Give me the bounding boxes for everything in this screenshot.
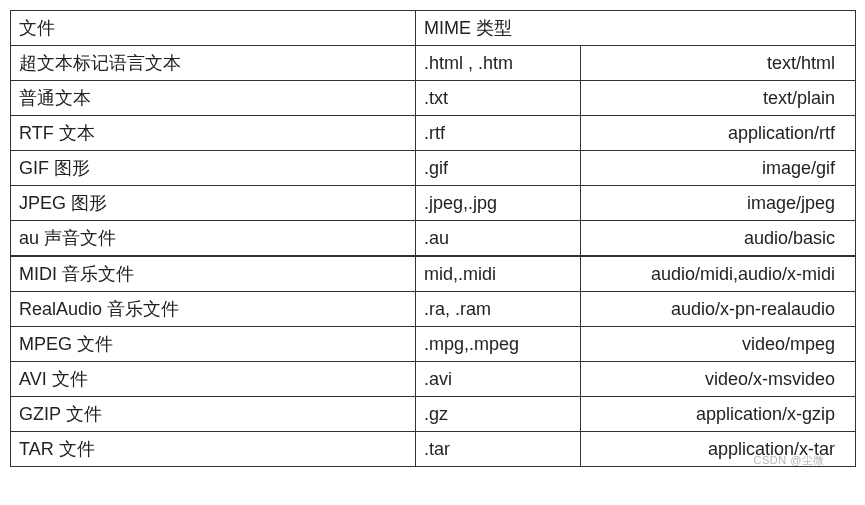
mime-type-table: 文件 MIME 类型 超文本标记语言文本 .html , .htm text/h… bbox=[10, 10, 856, 467]
cell-ext: .avi bbox=[416, 362, 581, 397]
cell-mime: audio/basic bbox=[581, 221, 856, 257]
cell-mime: audio/x-pn-realaudio bbox=[581, 292, 856, 327]
cell-mime: video/x-msvideo bbox=[581, 362, 856, 397]
cell-mime: image/jpeg bbox=[581, 186, 856, 221]
table-row: 普通文本 .txt text/plain bbox=[11, 81, 856, 116]
cell-file: GIF 图形 bbox=[11, 151, 416, 186]
cell-file: AVI 文件 bbox=[11, 362, 416, 397]
cell-ext: .rtf bbox=[416, 116, 581, 151]
table-row: MIDI 音乐文件 mid,.midi audio/midi,audio/x-m… bbox=[11, 256, 856, 292]
cell-ext: .gz bbox=[416, 397, 581, 432]
cell-mime: application/rtf bbox=[581, 116, 856, 151]
cell-file: RealAudio 音乐文件 bbox=[11, 292, 416, 327]
cell-mime: audio/midi,audio/x-midi bbox=[581, 256, 856, 292]
cell-mime: image/gif bbox=[581, 151, 856, 186]
table-row: 超文本标记语言文本 .html , .htm text/html bbox=[11, 46, 856, 81]
table-row: GIF 图形 .gif image/gif bbox=[11, 151, 856, 186]
cell-ext: .au bbox=[416, 221, 581, 257]
cell-ext: .html , .htm bbox=[416, 46, 581, 81]
table-row: RealAudio 音乐文件 .ra, .ram audio/x-pn-real… bbox=[11, 292, 856, 327]
cell-mime: video/mpeg bbox=[581, 327, 856, 362]
cell-file: 普通文本 bbox=[11, 81, 416, 116]
table-row: JPEG 图形 .jpeg,.jpg image/jpeg bbox=[11, 186, 856, 221]
cell-file: MPEG 文件 bbox=[11, 327, 416, 362]
table-row: GZIP 文件 .gz application/x-gzip bbox=[11, 397, 856, 432]
cell-mime: text/html bbox=[581, 46, 856, 81]
cell-ext: .jpeg,.jpg bbox=[416, 186, 581, 221]
table-header-row: 文件 MIME 类型 bbox=[11, 11, 856, 46]
cell-ext: .mpg,.mpeg bbox=[416, 327, 581, 362]
cell-file: GZIP 文件 bbox=[11, 397, 416, 432]
cell-file: MIDI 音乐文件 bbox=[11, 256, 416, 292]
table-row: AVI 文件 .avi video/x-msvideo bbox=[11, 362, 856, 397]
cell-mime: text/plain bbox=[581, 81, 856, 116]
cell-mime: application/x-gzip bbox=[581, 397, 856, 432]
cell-file: 超文本标记语言文本 bbox=[11, 46, 416, 81]
watermark-text: CSDN @尘微 bbox=[10, 453, 855, 468]
table-body: 文件 MIME 类型 超文本标记语言文本 .html , .htm text/h… bbox=[11, 11, 856, 467]
cell-ext: .ra, .ram bbox=[416, 292, 581, 327]
table-row: au 声音文件 .au audio/basic bbox=[11, 221, 856, 257]
table-row: RTF 文本 .rtf application/rtf bbox=[11, 116, 856, 151]
header-mime: MIME 类型 bbox=[416, 11, 856, 46]
header-file: 文件 bbox=[11, 11, 416, 46]
cell-ext: mid,.midi bbox=[416, 256, 581, 292]
cell-ext: .gif bbox=[416, 151, 581, 186]
cell-ext: .txt bbox=[416, 81, 581, 116]
cell-file: au 声音文件 bbox=[11, 221, 416, 257]
cell-file: JPEG 图形 bbox=[11, 186, 416, 221]
cell-file: RTF 文本 bbox=[11, 116, 416, 151]
table-row: MPEG 文件 .mpg,.mpeg video/mpeg bbox=[11, 327, 856, 362]
